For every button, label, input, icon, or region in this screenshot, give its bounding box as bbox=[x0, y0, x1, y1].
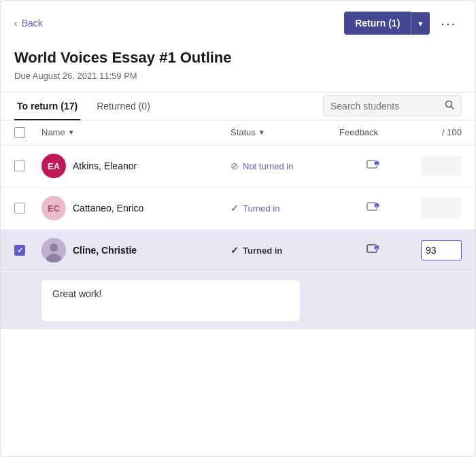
search-icon bbox=[445, 100, 454, 112]
feedback-icon-cell-ea[interactable]: + bbox=[339, 158, 407, 174]
row-checkbox-ea[interactable] bbox=[14, 160, 25, 171]
student-name-cc: Cline, Christie bbox=[73, 245, 137, 256]
student-name-ec: Cattaneo, Enrico bbox=[73, 203, 143, 214]
title-section: World Voices Essay #1 Outline Due August… bbox=[1, 43, 475, 92]
student-info-ec: EC Cattaneo, Enrico bbox=[41, 196, 231, 220]
status-sort-icon: ▼ bbox=[258, 129, 265, 136]
main-container: ‹ Back Return (1) ▾ ··· World Voices Ess… bbox=[0, 0, 476, 457]
name-column-header[interactable]: Name ▼ bbox=[41, 127, 231, 137]
tab-returned[interactable]: Returned (0) bbox=[94, 92, 153, 120]
row-checkbox-cell-ea bbox=[14, 160, 41, 171]
feedback-icon-cell-ec[interactable]: + bbox=[339, 200, 407, 216]
search-box[interactable] bbox=[323, 95, 462, 116]
chevron-down-icon: ▾ bbox=[418, 18, 423, 29]
feedback-icon-cc: + bbox=[365, 242, 381, 258]
row-checkbox-cell-ec bbox=[14, 203, 41, 214]
name-sort-icon: ▼ bbox=[68, 129, 75, 136]
back-button[interactable]: ‹ Back bbox=[14, 18, 43, 29]
due-date: Due August 26, 2021 11:59 PM bbox=[14, 71, 462, 81]
status-cell-ec: ✓ Turned in bbox=[231, 203, 339, 214]
more-options-button[interactable]: ··· bbox=[435, 13, 462, 34]
comment-text: Great work! bbox=[52, 288, 101, 299]
turned-in-check-icon-cc: ✓ bbox=[231, 245, 239, 256]
turned-in-check-icon-ec: ✓ bbox=[231, 203, 239, 214]
score-input-cc[interactable]: 93 bbox=[421, 240, 462, 260]
header-actions: Return (1) ▾ ··· bbox=[344, 12, 462, 35]
status-text-cc: Turned in bbox=[243, 246, 282, 256]
feedback-column-label: Feedback bbox=[339, 127, 378, 137]
table-row: Cline, Christie ✓ Turned in + 93 bbox=[1, 230, 475, 272]
ellipsis-icon: ··· bbox=[441, 16, 456, 31]
return-button-group: Return (1) ▾ bbox=[344, 12, 430, 35]
tabs-group: To return (17) Returned (0) bbox=[14, 92, 323, 120]
avatar-initials-ec: EC bbox=[48, 203, 60, 214]
table-header: Name ▼ Status ▼ Feedback / 100 bbox=[1, 120, 475, 146]
row-checkbox-cc[interactable] bbox=[14, 245, 25, 256]
comment-box[interactable]: Great work! bbox=[41, 280, 300, 321]
table-row: EC Cattaneo, Enrico ✓ Turned in + bbox=[1, 188, 475, 230]
name-column-label: Name bbox=[41, 127, 65, 137]
back-label: Back bbox=[22, 18, 43, 29]
svg-text:+: + bbox=[376, 204, 378, 208]
row-checkbox-cell-cc bbox=[14, 245, 41, 256]
student-info-cc: Cline, Christie bbox=[41, 238, 231, 263]
return-dropdown-button[interactable]: ▾ bbox=[411, 12, 430, 35]
feedback-icon-ec: + bbox=[365, 200, 381, 216]
status-text-ea: Not turned in bbox=[243, 161, 293, 171]
score-column-header: / 100 bbox=[407, 127, 462, 137]
svg-text:+: + bbox=[376, 162, 378, 166]
status-cell-ea: ⊘ Not turned in bbox=[231, 160, 339, 171]
feedback-icon-cell-cc[interactable]: + bbox=[339, 242, 407, 258]
select-all-checkbox[interactable] bbox=[14, 127, 25, 138]
svg-point-9 bbox=[50, 243, 58, 252]
score-value-cc: 93 bbox=[426, 245, 437, 256]
back-chevron-icon: ‹ bbox=[14, 18, 18, 29]
assignment-title: World Voices Essay #1 Outline bbox=[14, 48, 462, 68]
search-input[interactable] bbox=[330, 101, 439, 112]
svg-line-1 bbox=[452, 107, 454, 109]
avatar-ea: EA bbox=[41, 154, 66, 178]
score-cell-ec bbox=[407, 198, 462, 218]
score-input-ea[interactable] bbox=[421, 156, 462, 176]
feedback-column-header: Feedback bbox=[339, 127, 407, 137]
tab-to-return[interactable]: To return (17) bbox=[14, 92, 80, 120]
avatar-cc bbox=[41, 238, 66, 263]
feedback-icon-ea: + bbox=[365, 158, 381, 174]
comment-area: Great work! bbox=[1, 272, 475, 329]
score-input-ec[interactable] bbox=[421, 198, 462, 218]
avatar-initials-ea: EA bbox=[48, 161, 60, 171]
not-turned-icon-ea: ⊘ bbox=[231, 160, 239, 171]
table-row: EA Atkins, Eleanor ⊘ Not turned in + bbox=[1, 146, 475, 188]
student-name-ea: Atkins, Eleanor bbox=[73, 160, 137, 171]
tab-returned-label: Returned (0) bbox=[97, 101, 150, 112]
return-button[interactable]: Return (1) bbox=[344, 12, 411, 35]
header: ‹ Back Return (1) ▾ ··· bbox=[1, 1, 475, 43]
status-column-label: Status bbox=[231, 127, 256, 137]
score-column-label: / 100 bbox=[442, 127, 462, 137]
status-column-header[interactable]: Status ▼ bbox=[231, 127, 339, 137]
status-text-ec: Turned in bbox=[243, 203, 279, 214]
status-cell-cc: ✓ Turned in bbox=[231, 245, 339, 256]
row-checkbox-ec[interactable] bbox=[14, 203, 25, 214]
tab-to-return-label: To return (17) bbox=[17, 101, 78, 112]
avatar-ec: EC bbox=[41, 196, 66, 220]
avatar-photo-cc bbox=[41, 238, 66, 263]
tabs-row: To return (17) Returned (0) bbox=[1, 92, 475, 120]
score-cell-ea bbox=[407, 156, 462, 176]
score-cell-cc: 93 bbox=[407, 240, 462, 260]
student-info-ea: EA Atkins, Eleanor bbox=[41, 154, 231, 178]
select-all-checkbox-cell bbox=[14, 127, 41, 138]
svg-text:+: + bbox=[376, 246, 378, 250]
